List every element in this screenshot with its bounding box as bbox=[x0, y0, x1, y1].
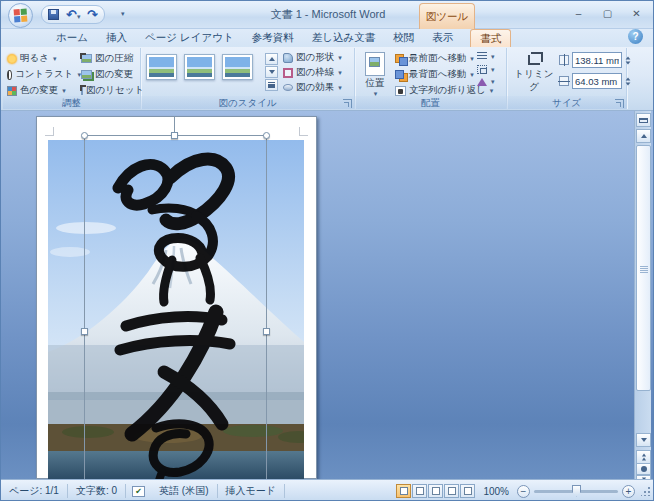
help-button[interactable]: ? bbox=[628, 29, 643, 44]
picture-border-icon bbox=[283, 68, 293, 78]
scroll-up-button[interactable] bbox=[636, 129, 651, 143]
word-count[interactable]: 文字数: 0 bbox=[68, 484, 125, 498]
previous-page-button[interactable] bbox=[636, 450, 651, 464]
gallery-up-button[interactable] bbox=[265, 53, 278, 65]
selection-handle-top-left[interactable] bbox=[81, 132, 88, 139]
brightness-button[interactable]: 明るさ▾ bbox=[7, 51, 81, 66]
crop-button[interactable]: トリミング bbox=[511, 52, 557, 94]
web-layout-view-button[interactable] bbox=[428, 484, 443, 498]
tab-insert[interactable]: 挿入 bbox=[97, 29, 136, 47]
ruler-toggle-button[interactable] bbox=[636, 113, 651, 127]
ribbon-tab-row: ホーム 挿入 ページ レイアウト 参考資料 差し込み文書 校閲 表示 書式 ? bbox=[1, 29, 654, 47]
change-picture-icon bbox=[81, 70, 92, 79]
selection-handle-middle-right[interactable] bbox=[263, 328, 270, 335]
document-page[interactable] bbox=[36, 116, 317, 479]
zoom-in-button[interactable]: + bbox=[622, 485, 635, 498]
web-layout-icon bbox=[432, 487, 440, 495]
chevron-down-icon: ▾ bbox=[62, 87, 66, 95]
selection-handle-middle-left[interactable] bbox=[81, 328, 88, 335]
more-styles-icon bbox=[268, 82, 275, 88]
minimize-button[interactable]: – bbox=[569, 7, 588, 21]
zoom-slider[interactable] bbox=[534, 490, 618, 493]
draft-view-button[interactable] bbox=[460, 484, 475, 498]
page-indicator[interactable]: ページ: 1/1 bbox=[1, 484, 67, 498]
print-layout-view-button[interactable] bbox=[396, 484, 411, 498]
outline-view-button[interactable] bbox=[444, 484, 459, 498]
position-icon bbox=[365, 52, 385, 76]
undo-icon: ↶ bbox=[66, 7, 77, 22]
double-up-arrow-icon bbox=[641, 453, 647, 461]
divider bbox=[125, 484, 126, 498]
compress-pictures-icon bbox=[81, 54, 92, 63]
scrollbar-thumb[interactable] bbox=[636, 145, 651, 391]
group-label-picture-styles: 図のスタイル bbox=[141, 96, 354, 109]
undo-dropdown-icon[interactable]: ▾ bbox=[77, 13, 81, 20]
up-arrow-icon bbox=[641, 134, 647, 138]
gallery-down-button[interactable] bbox=[265, 66, 278, 78]
close-button[interactable]: ✕ bbox=[627, 7, 646, 21]
picture-style-thumbnail[interactable] bbox=[184, 54, 215, 80]
spin-down-icon bbox=[626, 82, 631, 85]
dialog-launcher-icon[interactable] bbox=[615, 99, 624, 108]
proofing-status-icon[interactable]: ✔ bbox=[132, 486, 145, 497]
fullscreen-reading-icon bbox=[416, 487, 424, 495]
height-spinner[interactable] bbox=[625, 56, 631, 65]
scroll-down-button[interactable] bbox=[636, 433, 651, 447]
change-picture-button[interactable]: 図の変更 bbox=[81, 67, 141, 82]
vertical-scrollbar[interactable] bbox=[634, 111, 651, 479]
group-objects-button[interactable]: ▾ bbox=[477, 65, 495, 74]
height-field[interactable] bbox=[572, 52, 622, 68]
compress-pictures-button[interactable]: 図の圧縮 bbox=[81, 51, 141, 66]
tab-view[interactable]: 表示 bbox=[423, 29, 462, 47]
tab-mailings[interactable]: 差し込み文書 bbox=[303, 29, 385, 47]
fullscreen-reading-view-button[interactable] bbox=[412, 484, 427, 498]
office-button[interactable] bbox=[8, 3, 33, 28]
contrast-button[interactable]: コントラスト▾ bbox=[7, 67, 81, 82]
tab-home[interactable]: ホーム bbox=[47, 29, 97, 47]
recolor-icon bbox=[7, 86, 17, 96]
gallery-more-button[interactable] bbox=[265, 79, 278, 91]
picture-tools-context-label: 図ツール bbox=[419, 3, 475, 29]
chevron-down-icon: ▾ bbox=[338, 54, 342, 62]
select-browse-object-button[interactable] bbox=[636, 463, 651, 475]
undo-button[interactable]: ↶▾ bbox=[66, 9, 80, 21]
margin-crop-mark bbox=[45, 127, 54, 136]
zoom-level[interactable]: 100% bbox=[479, 486, 513, 497]
tab-review[interactable]: 校閲 bbox=[384, 29, 423, 47]
draft-icon bbox=[464, 487, 472, 495]
picture-effects-button[interactable]: 図の効果▾ bbox=[283, 81, 342, 94]
align-button[interactable]: ▾ bbox=[477, 52, 495, 61]
picture-style-thumbnail[interactable] bbox=[146, 54, 177, 80]
chevron-down-icon: ▾ bbox=[338, 84, 342, 92]
resize-grip[interactable] bbox=[639, 484, 651, 498]
rotate-icon bbox=[477, 78, 487, 86]
group-label-adjust: 調整 bbox=[3, 96, 140, 109]
dialog-launcher-icon[interactable] bbox=[343, 99, 352, 108]
maximize-button[interactable]: ▢ bbox=[598, 7, 617, 21]
insert-mode-indicator[interactable]: 挿入モード bbox=[218, 484, 284, 498]
rotate-button[interactable]: ▾ bbox=[477, 78, 495, 86]
save-icon[interactable] bbox=[48, 9, 59, 20]
tab-page-layout[interactable]: ページ レイアウト bbox=[136, 29, 243, 47]
send-to-back-icon bbox=[395, 70, 406, 80]
picture-shape-button[interactable]: 図の形状▾ bbox=[283, 51, 342, 64]
browse-object-icon bbox=[641, 466, 647, 472]
title-bar: ↶▾ ↶ ▾ 文書 1 - Microsoft Word 図ツール – ▢ ✕ bbox=[1, 1, 654, 29]
picture-style-thumbnail[interactable] bbox=[222, 54, 253, 80]
picture-border-button[interactable]: 図の枠線▾ bbox=[283, 66, 342, 79]
shape-height-icon bbox=[559, 55, 569, 65]
selection-handle-top-right[interactable] bbox=[263, 132, 270, 139]
tab-references[interactable]: 参考資料 bbox=[243, 29, 303, 47]
language-indicator[interactable]: 英語 (米国) bbox=[151, 484, 216, 498]
redo-icon[interactable]: ↶ bbox=[87, 9, 98, 20]
width-spinner[interactable] bbox=[625, 77, 631, 86]
divider bbox=[284, 484, 285, 498]
zoom-slider-thumb[interactable] bbox=[572, 485, 581, 497]
qat-customize-icon[interactable]: ▾ bbox=[121, 10, 125, 18]
width-field[interactable] bbox=[572, 73, 622, 89]
position-button[interactable]: 位置 ▾ bbox=[360, 52, 390, 98]
selection-handle-top-center[interactable] bbox=[171, 132, 178, 139]
tab-format-active[interactable]: 書式 bbox=[470, 29, 511, 47]
quick-access-toolbar: ↶▾ ↶ bbox=[41, 5, 105, 24]
zoom-out-button[interactable]: − bbox=[517, 485, 530, 498]
